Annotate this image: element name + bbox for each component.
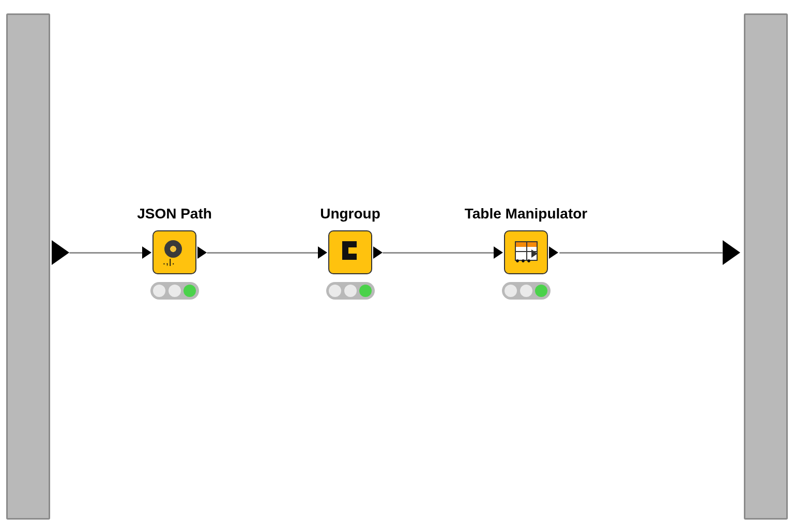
node-label: Table Manipulator	[465, 206, 588, 222]
connector[interactable]	[207, 252, 326, 254]
status-dot-green	[359, 285, 372, 297]
connector[interactable]	[69, 252, 150, 254]
input-port-icon[interactable]	[318, 246, 327, 259]
node-table-manipulator[interactable]: Table Manipulator •••	[504, 230, 548, 274]
workflow-output-bar	[744, 13, 788, 520]
node-body[interactable]: •••	[504, 230, 548, 274]
status-indicator	[326, 282, 375, 300]
status-indicator	[150, 282, 199, 300]
workflow-output-port-icon[interactable]	[723, 240, 740, 265]
ungroup-icon	[336, 238, 365, 267]
workflow-input-port-icon[interactable]	[52, 240, 69, 265]
node-json-path[interactable]: JSON Path .,|.	[152, 230, 196, 274]
status-dot-yellow	[344, 285, 357, 297]
node-body[interactable]: .,|.	[152, 230, 196, 274]
status-dot-green	[535, 285, 547, 297]
table-manipulator-icon: •••	[512, 238, 541, 267]
status-dot-red	[153, 285, 165, 297]
workflow-canvas[interactable]: JSON Path .,|. Ungroup	[0, 0, 794, 532]
json-path-icon: .,|.	[160, 238, 189, 267]
output-port-icon[interactable]	[197, 246, 207, 259]
node-body[interactable]	[328, 230, 372, 274]
status-dot-yellow	[520, 285, 532, 297]
status-dot-green	[184, 285, 196, 297]
output-port-icon[interactable]	[549, 246, 558, 259]
node-label: JSON Path	[137, 206, 212, 222]
node-label: Ungroup	[320, 206, 380, 222]
status-dot-red	[505, 285, 517, 297]
workflow-input-bar	[6, 13, 50, 520]
status-dot-yellow	[169, 285, 181, 297]
output-port-icon[interactable]	[373, 246, 383, 259]
connector[interactable]	[559, 252, 723, 254]
connector[interactable]	[383, 252, 501, 254]
node-ungroup[interactable]: Ungroup	[328, 230, 372, 274]
input-port-icon[interactable]	[142, 246, 151, 259]
status-dot-red	[329, 285, 341, 297]
status-indicator	[502, 282, 551, 300]
input-port-icon[interactable]	[494, 246, 503, 259]
